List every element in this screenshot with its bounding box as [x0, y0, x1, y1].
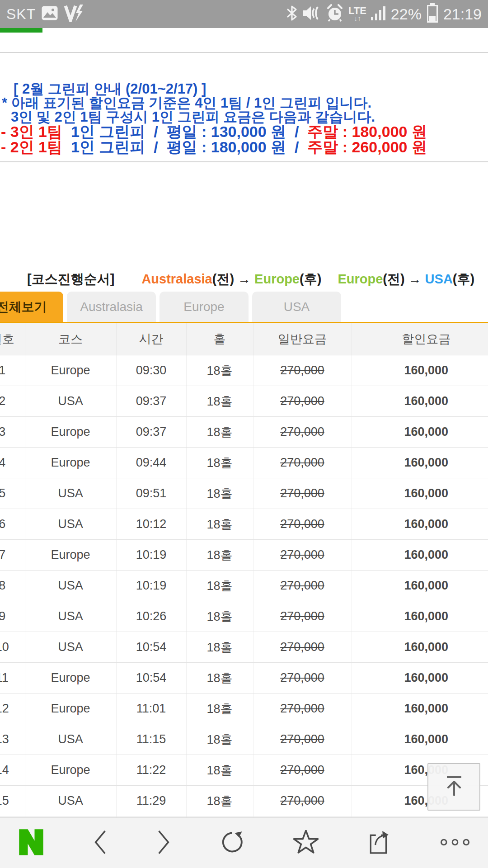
cell-number: 12 [0, 693, 25, 724]
cell-course: USA [25, 571, 116, 601]
cell-number: 2 [0, 386, 25, 417]
cell-time: 10:54 [116, 632, 186, 663]
header-time: 시간 [116, 323, 186, 355]
table-row[interactable]: 11 Europe 10:54 18홀 270,000 160,000 [0, 663, 488, 693]
cell-discount-fee: 160,000 [352, 632, 488, 663]
tab-all[interactable]: 전체보기 [0, 292, 63, 322]
table-row[interactable]: 9 USA 10:26 18홀 270,000 160,000 [0, 601, 488, 632]
cell-holes: 18홀 [186, 448, 253, 478]
header-course: 코스 [25, 323, 116, 355]
cell-normal-fee: 270,000 [253, 417, 352, 448]
table-row[interactable]: 8 USA 10:19 18홀 270,000 160,000 [0, 571, 488, 601]
cell-discount-fee: 160,000 [352, 509, 488, 540]
cell-time: 09:44 [116, 448, 186, 478]
refresh-button[interactable] [220, 829, 245, 857]
tab-australasia[interactable]: Australasia [67, 292, 156, 322]
back-button[interactable] [93, 829, 108, 857]
scroll-to-top-button[interactable] [427, 763, 480, 811]
cell-number: 5 [0, 478, 25, 509]
cell-time: 11:01 [116, 693, 186, 724]
arrow-right-icon: → [405, 272, 425, 286]
volte-icon [64, 4, 84, 24]
cell-holes: 18홀 [186, 755, 253, 786]
table-row[interactable]: 15 USA 11:29 18홀 270,000 160,000 [0, 786, 488, 816]
cell-time: 10:12 [116, 509, 186, 540]
cell-course: USA [25, 786, 116, 816]
bookmark-button[interactable] [293, 830, 319, 856]
table-row[interactable]: 4 Europe 09:44 18홀 270,000 160,000 [0, 448, 488, 478]
table-row[interactable]: 14 Europe 11:22 18홀 270,000 160,000 [0, 755, 488, 786]
table-row[interactable]: 2 USA 09:37 18홀 270,000 160,000 [0, 386, 488, 417]
cell-time: 09:30 [116, 355, 186, 386]
battery-icon [426, 3, 439, 25]
tab-europe[interactable]: Europe [160, 292, 249, 322]
green-fee-notice: [ 2월 그린피 안내 (2/01~2/17) ] * 아래 표기된 할인요금 … [0, 53, 488, 162]
scroll-to-top-arrow-icon [440, 772, 469, 802]
back-icon [93, 829, 108, 857]
cell-number: 9 [0, 601, 25, 632]
cell-course: Europe [25, 693, 116, 724]
cell-holes: 18홀 [186, 355, 253, 386]
table-row[interactable]: 12 Europe 11:01 18홀 270,000 160,000 [0, 693, 488, 724]
cell-holes: 18홀 [186, 571, 253, 601]
table-row[interactable]: 7 Europe 10:19 18홀 270,000 160,000 [0, 540, 488, 571]
cell-normal-fee: 270,000 [253, 386, 352, 417]
header-discount-fee: 할인요금 [352, 323, 488, 355]
cell-number: 15 [0, 786, 25, 816]
table-row[interactable]: 10 USA 10:54 18홀 270,000 160,000 [0, 632, 488, 663]
cell-course: USA [25, 632, 116, 663]
cell-normal-fee: 270,000 [253, 509, 352, 540]
course-order-line: [코스진행순서] Australasia(전)→Europe(후) Europe… [0, 270, 488, 288]
cell-normal-fee: 270,000 [253, 693, 352, 724]
table-row[interactable]: 5 USA 09:51 18홀 270,000 160,000 [0, 478, 488, 509]
cell-time: 10:54 [116, 663, 186, 693]
table-row[interactable]: 13 USA 11:15 18홀 270,000 160,000 [0, 724, 488, 755]
share-button[interactable] [366, 830, 392, 856]
lte-indicator: LTE ↓↑ [348, 6, 366, 22]
cell-course: USA [25, 601, 116, 632]
cell-course: Europe [25, 663, 116, 693]
notice-divider [0, 161, 488, 162]
page-load-progress-bar [0, 28, 42, 33]
cell-normal-fee: 270,000 [253, 478, 352, 509]
battery-percent-label: 22% [391, 5, 422, 23]
course-filter-tabs: 전체보기 Australasia Europe USA [0, 292, 341, 322]
cell-course: USA [25, 386, 116, 417]
cell-time: 10:26 [116, 601, 186, 632]
header-normal-fee: 일반요금 [253, 323, 352, 355]
header-holes: 홀 [186, 323, 253, 355]
forward-button[interactable] [156, 829, 171, 857]
cell-time: 09:37 [116, 386, 186, 417]
cell-number: 14 [0, 755, 25, 786]
tab-usa[interactable]: USA [252, 292, 341, 322]
status-bar: SKT LTE ↓↑ 22% [0, 0, 488, 28]
cell-normal-fee: 270,000 [253, 601, 352, 632]
cell-course: USA [25, 478, 116, 509]
course-sequence-1: Australasia(전)→Europe(후) [141, 272, 321, 286]
cell-course: USA [25, 724, 116, 755]
cell-discount-fee: 160,000 [352, 417, 488, 448]
table-row[interactable]: 1 Europe 09:30 18홀 270,000 160,000 [0, 355, 488, 386]
cell-time: 10:19 [116, 540, 186, 571]
naver-home-button[interactable] [18, 828, 44, 858]
cell-time: 09:37 [116, 417, 186, 448]
cell-holes: 18홀 [186, 417, 253, 448]
notice-title: [ 2월 그린피 안내 (2/01~2/17) ] [0, 53, 488, 96]
more-button[interactable] [440, 838, 470, 848]
table-row[interactable]: 6 USA 10:12 18홀 270,000 160,000 [0, 509, 488, 540]
table-row[interactable]: 3 Europe 09:37 18홀 270,000 160,000 [0, 417, 488, 448]
cell-course: Europe [25, 540, 116, 571]
cell-holes: 18홀 [186, 724, 253, 755]
naver-n-icon [18, 828, 44, 858]
cell-holes: 18홀 [186, 509, 253, 540]
bluetooth-icon [286, 5, 298, 24]
mute-vibrate-icon [302, 5, 321, 24]
cell-normal-fee: 270,000 [253, 448, 352, 478]
cell-time: 11:15 [116, 724, 186, 755]
cell-normal-fee: 270,000 [253, 540, 352, 571]
cell-discount-fee: 160,000 [352, 448, 488, 478]
cell-discount-fee: 160,000 [352, 386, 488, 417]
cell-time: 10:19 [116, 571, 186, 601]
cell-discount-fee: 160,000 [352, 693, 488, 724]
cell-holes: 18홀 [186, 786, 253, 816]
